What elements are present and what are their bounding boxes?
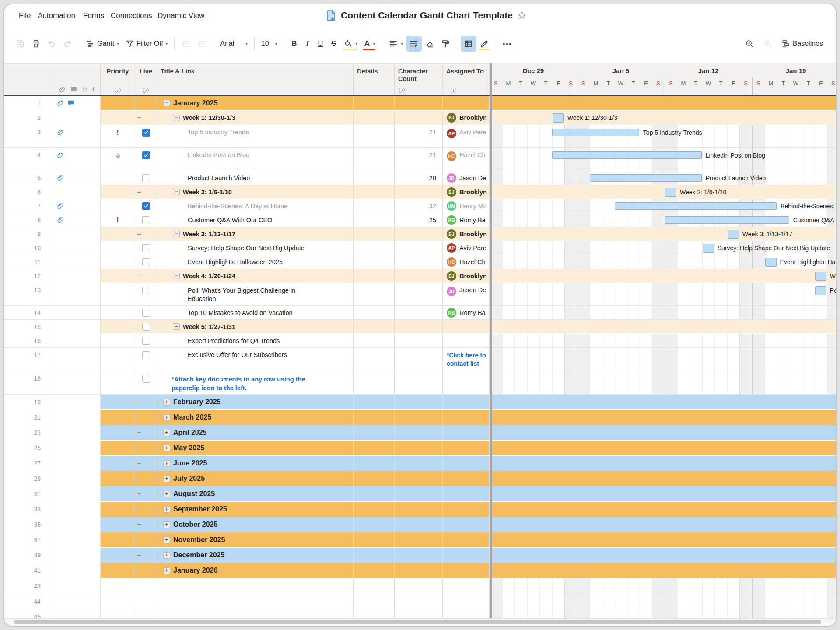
priority-cell[interactable] [101,96,135,110]
save-button[interactable] [12,36,28,52]
align-left-button[interactable]: ▾ [385,36,406,52]
title-cell[interactable]: LinkedIn Post on Blog [157,148,354,171]
row-number[interactable]: 35 [4,517,53,532]
details-cell[interactable] [354,111,395,125]
assigned-to-cell[interactable]: RBRomy Ba [443,213,490,227]
row-number[interactable]: 2 [4,111,53,125]
gantt-milestone[interactable] [703,244,714,253]
details-cell[interactable] [354,255,395,269]
character-count-cell[interactable] [395,578,443,594]
arial-dropdown[interactable]: Arial▾ [217,36,251,52]
assigned-to-cell[interactable]: *Click here focontact list [443,348,490,371]
comment-icon[interactable] [70,86,77,93]
checkbox-unchecked[interactable] [142,351,150,359]
title-cell[interactable]: −January 2025 [157,96,354,110]
row-number[interactable]: 29 [4,471,53,486]
priority-cell[interactable] [101,334,135,347]
priority-cell[interactable] [101,269,135,283]
live-cell[interactable] [135,334,157,347]
live-cell[interactable] [135,371,157,394]
details-cell[interactable] [354,241,395,255]
character-count-cell[interactable] [395,594,443,609]
live-cell[interactable] [135,227,157,241]
info-icon[interactable]: i [451,88,456,93]
priority-cell[interactable] [101,532,135,547]
collapse-button[interactable]: − [173,115,180,121]
title-cell[interactable]: +June 2025 [157,456,354,471]
assigned-to-cell[interactable] [443,532,490,547]
details-cell[interactable] [354,563,395,578]
character-count-cell[interactable]: 25 [395,213,443,227]
character-count-cell[interactable] [395,563,443,578]
collapse-button[interactable]: − [173,189,180,195]
highlighter-button[interactable] [476,36,492,52]
live-cell[interactable] [135,594,157,609]
details-cell[interactable] [354,269,395,283]
live-cell[interactable] [135,502,157,517]
priority-cell[interactable] [101,425,135,440]
title-cell[interactable]: Poll: What's Your Biggest Challenge inEd… [157,283,354,305]
details-cell[interactable] [354,578,395,594]
undo-button[interactable] [44,36,60,52]
character-count-cell[interactable] [395,111,443,125]
priority-cell[interactable] [101,283,135,305]
character-count-cell[interactable]: 21 [395,125,443,147]
gantt-milestone[interactable] [728,230,739,239]
column-header-icons[interactable]: i [53,64,101,95]
title-cell[interactable]: Top 5 Industry Trends [157,125,354,147]
priority-cell[interactable] [101,563,135,578]
live-cell[interactable] [135,471,157,486]
row-number[interactable]: 17 [4,348,53,371]
priority-cell[interactable] [101,410,135,425]
priority-cell[interactable] [101,486,135,501]
indent-button[interactable] [194,36,210,52]
row-number[interactable]: 4 [4,148,53,171]
gantt-bar[interactable] [552,129,639,136]
horizontal-scrollbar-thumb[interactable] [14,620,821,624]
row-number[interactable]: 43 [4,578,53,594]
horizontal-scrollbar[interactable] [4,618,836,626]
title-cell[interactable]: −Week 1: 12/30-1/3 [157,111,354,125]
title-cell[interactable]: +November 2025 [157,532,354,547]
row-number[interactable]: 27 [4,456,53,471]
character-count-cell[interactable] [395,269,443,283]
gantt-milestone[interactable] [815,272,826,281]
priority-cell[interactable] [101,348,135,371]
row-number[interactable]: 6 [4,185,53,199]
title-cell[interactable]: Customer Q&A With Our CEO [157,213,354,227]
row-number[interactable]: 1 [4,96,53,110]
details-cell[interactable] [354,471,395,486]
zoom-in-button[interactable] [760,36,776,52]
info-icon[interactable]: i [399,88,405,93]
redo-button[interactable] [60,36,75,52]
character-count-cell[interactable] [395,334,443,347]
live-cell[interactable] [135,283,157,305]
character-count-cell[interactable] [395,241,443,255]
row-number[interactable]: 11 [4,255,53,269]
title-cell[interactable]: Behind-the-Scenes: A Day at Home [157,199,354,213]
column-header-title[interactable]: Title & Link [157,64,354,95]
character-count-cell[interactable] [395,517,443,532]
paperclip-icon[interactable] [57,129,64,136]
expand-button[interactable]: + [163,522,170,528]
live-cell[interactable] [135,517,157,532]
details-cell[interactable] [354,171,395,185]
strikethrough-button[interactable]: S [327,36,340,52]
assigned-to-cell[interactable] [443,517,490,532]
details-cell[interactable] [354,517,395,532]
fill-bucket-button[interactable]: ▾ [340,36,360,52]
priority-cell[interactable] [101,578,135,594]
assigned-to-cell[interactable]: HCHazel Ch [443,255,490,269]
priority-cell[interactable] [101,148,135,171]
title-cell[interactable]: +April 2025 [157,425,354,440]
gantt-bar[interactable] [552,151,702,159]
gantt-bar[interactable] [665,216,789,224]
expand-button[interactable]: + [163,430,170,436]
row-number[interactable]: 13 [4,283,53,305]
details-cell[interactable] [354,96,395,110]
details-cell[interactable] [354,213,395,227]
wrap-text-button[interactable] [406,36,422,52]
more-options-button[interactable]: ••• [500,36,515,52]
expand-button[interactable]: + [163,460,170,467]
priority-cell[interactable] [101,441,135,455]
